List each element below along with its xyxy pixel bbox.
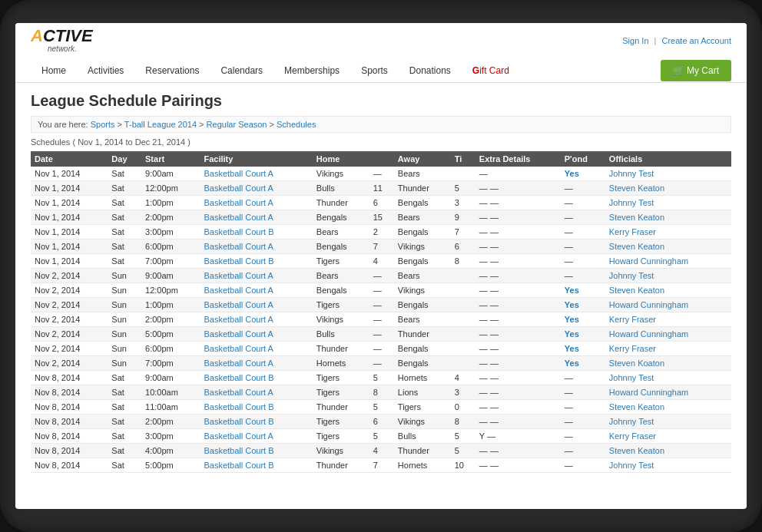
cell-pond: —	[561, 444, 605, 458]
cell-ti: 8	[451, 254, 475, 269]
cell-pond: —	[561, 181, 605, 196]
cell-start: 6:00pm	[141, 342, 200, 356]
cell-official: Kerry Fraser	[605, 312, 731, 327]
cell-facility: Basketball Court B	[200, 371, 312, 385]
cell-day: Sat	[108, 210, 141, 225]
breadcrumb-league[interactable]: T-ball League 2014	[124, 120, 197, 129]
nav-sports[interactable]: Sports	[350, 59, 399, 82]
facility-link[interactable]: Basketball Court A	[204, 431, 273, 441]
cell-home: Bears	[313, 269, 369, 283]
cell-day: Sat	[108, 400, 141, 415]
cell-home: Thunder	[313, 342, 369, 356]
facility-link[interactable]: Basketball Court A	[204, 169, 273, 178]
nav-activities[interactable]: Activities	[77, 59, 134, 82]
cell-official: Howard Cunningham	[605, 385, 731, 400]
tablet-screen: ACTIVE network. Sign In | Create an Acco…	[15, 23, 747, 509]
cell-extra: — —	[475, 240, 561, 254]
facility-link[interactable]: Basketball Court A	[204, 286, 273, 295]
cell-facility: Basketball Court A	[200, 269, 312, 283]
table-row: Nov 2, 2014 Sun 5:00pm Basketball Court …	[31, 327, 731, 342]
cell-score1: 5	[369, 371, 394, 385]
facility-link[interactable]: Basketball Court A	[204, 242, 273, 251]
cell-home: Bengals	[313, 240, 369, 254]
cell-facility: Basketball Court A	[200, 356, 312, 371]
cell-official: Johnny Test	[605, 196, 731, 210]
facility-link[interactable]: Basketball Court A	[204, 198, 273, 207]
breadcrumb-sports[interactable]: Sports	[91, 120, 115, 129]
nav-reservations[interactable]: Reservations	[134, 59, 210, 82]
nav-donations[interactable]: Donations	[399, 59, 462, 82]
cell-score1: 6	[369, 415, 394, 429]
cell-official: Steven Keaton	[605, 283, 731, 298]
cell-score1: —	[369, 283, 394, 298]
cell-away: Thunder	[394, 181, 451, 196]
cell-ti	[451, 269, 475, 283]
facility-link[interactable]: Basketball Court B	[204, 402, 273, 411]
facility-link[interactable]: Basketball Court A	[204, 344, 273, 353]
cell-day: Sat	[108, 240, 141, 254]
facility-link[interactable]: Basketball Court A	[204, 315, 273, 324]
page-content[interactable]: ACTIVE network. Sign In | Create an Acco…	[15, 23, 747, 509]
facility-link[interactable]: Basketball Court A	[204, 329, 273, 339]
cell-official: Johnny Test	[605, 458, 731, 473]
facility-link[interactable]: Basketball Court A	[204, 271, 273, 280]
nav-home[interactable]: Home	[31, 59, 77, 82]
nav-giftcard[interactable]: Gift Card	[462, 59, 520, 82]
col-ti: Ti	[451, 151, 475, 167]
cell-start: 7:00pm	[141, 356, 200, 371]
create-account-link[interactable]: Create an Account	[661, 36, 731, 45]
cell-day: Sun	[108, 269, 141, 283]
col-away: Away	[394, 151, 451, 167]
cell-day: Sat	[108, 181, 141, 196]
facility-link[interactable]: Basketball Court B	[204, 373, 273, 382]
facility-link[interactable]: Basketball Court B	[204, 227, 273, 236]
cell-ti	[451, 342, 475, 356]
nav-calendars[interactable]: Calendars	[210, 59, 273, 82]
facility-link[interactable]: Basketball Court A	[204, 300, 273, 309]
nav-cart[interactable]: 🛒 My Cart	[661, 60, 731, 81]
facility-link[interactable]: Basketball Court B	[204, 446, 273, 455]
nav-memberships[interactable]: Memberships	[273, 59, 350, 82]
cell-pond: Yes	[561, 298, 605, 312]
cell-date: Nov 8, 2014	[31, 444, 108, 458]
cell-date: Nov 1, 2014	[31, 210, 108, 225]
cell-date: Nov 1, 2014	[31, 240, 108, 254]
facility-link[interactable]: Basketball Court B	[204, 256, 273, 266]
facility-link[interactable]: Basketball Court B	[204, 461, 273, 470]
cell-official: Steven Keaton	[605, 400, 731, 415]
facility-link[interactable]: Basketball Court A	[204, 183, 273, 193]
facility-link[interactable]: Basketball Court A	[204, 213, 273, 222]
facility-link[interactable]: Basketball Court A	[204, 388, 273, 397]
cell-ti: 9	[451, 210, 475, 225]
cell-score1: —	[369, 269, 394, 283]
table-header-row: Date Day Start Facility Home Away Ti Ext…	[31, 151, 731, 167]
cell-extra: — —	[475, 298, 561, 312]
cell-day: Sat	[108, 225, 141, 240]
cell-official: Steven Keaton	[605, 210, 731, 225]
cell-score1: 2	[369, 225, 394, 240]
cell-day: Sun	[108, 327, 141, 342]
col-pond: P'ond	[561, 151, 605, 167]
breadcrumb-season[interactable]: Regular Season	[207, 120, 267, 129]
page-title: League Schedule Pairings	[31, 92, 731, 110]
cell-away: Bengals	[394, 254, 451, 269]
col-day: Day	[108, 151, 141, 167]
table-row: Nov 8, 2014 Sat 4:00pm Basketball Court …	[31, 444, 731, 458]
cell-home: Vikings	[313, 444, 369, 458]
cell-date: Nov 1, 2014	[31, 225, 108, 240]
breadcrumb-schedules[interactable]: Schedules	[277, 120, 316, 129]
cell-ti	[451, 356, 475, 371]
cell-extra: — —	[475, 283, 561, 298]
cell-day: Sat	[108, 458, 141, 473]
cell-facility: Basketball Court A	[200, 385, 312, 400]
header-top: ACTIVE network. Sign In | Create an Acco…	[31, 28, 731, 56]
cell-extra: — —	[475, 400, 561, 415]
facility-link[interactable]: Basketball Court B	[204, 417, 273, 426]
facility-link[interactable]: Basketball Court A	[204, 359, 273, 368]
cell-ti	[451, 298, 475, 312]
cell-extra: — —	[475, 269, 561, 283]
cell-pond: Yes	[561, 167, 605, 181]
cell-start: 3:00pm	[141, 429, 200, 444]
sign-in-link[interactable]: Sign In	[622, 36, 648, 45]
cell-home: Tigers	[313, 415, 369, 429]
